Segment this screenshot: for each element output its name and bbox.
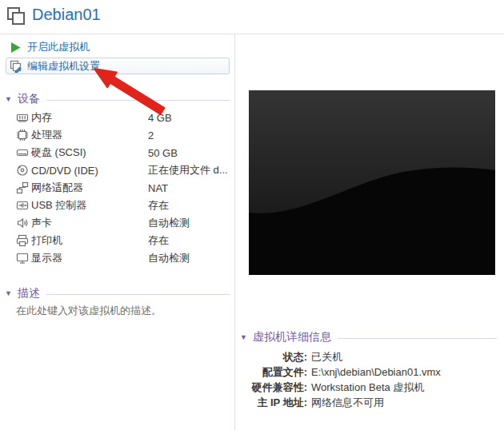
vm-screen-preview[interactable] xyxy=(249,90,495,275)
detail-label: 主 IP 地址: xyxy=(235,396,307,410)
virtual-machine-icon xyxy=(6,6,26,26)
network-adapter-icon xyxy=(16,181,29,194)
detail-value: 网络信息不可用 xyxy=(311,396,384,410)
device-row[interactable]: 网络适配器 NAT xyxy=(0,179,234,197)
collapse-triangle-icon: ▼ xyxy=(5,289,12,297)
device-label: CD/DVD (IDE) xyxy=(31,165,148,177)
device-label: 内存 xyxy=(31,110,148,125)
cd-dvd-icon xyxy=(16,164,29,177)
edit-settings-icon xyxy=(10,60,22,73)
device-value: 存在 xyxy=(148,198,169,213)
devices-section-header[interactable]: ▼ 设备 xyxy=(5,92,230,106)
display-icon xyxy=(16,252,29,265)
detail-value: Workstation Beta 虚拟机 xyxy=(311,380,424,395)
processor-icon xyxy=(16,129,29,141)
device-row[interactable]: 声卡 自动检测 xyxy=(0,214,234,232)
device-value: 自动检测 xyxy=(148,251,190,265)
collapse-triangle-icon: ▼ xyxy=(240,333,247,341)
section-rule xyxy=(46,100,230,101)
device-label: 硬盘 (SCSI) xyxy=(31,145,148,160)
device-row[interactable]: 显示器 自动检测 xyxy=(0,249,234,267)
device-value: 存在 xyxy=(148,233,169,248)
device-label: 声卡 xyxy=(31,216,148,230)
detail-row: 主 IP 地址: 网络信息不可用 xyxy=(235,395,504,410)
description-section-title: 描述 xyxy=(18,286,40,301)
device-row[interactable]: 硬盘 (SCSI) 50 GB xyxy=(0,144,234,161)
edit-settings-label: 编辑虚拟机设置 xyxy=(27,59,100,74)
devices-section-title: 设备 xyxy=(18,92,40,106)
usb-controller-icon xyxy=(16,199,29,212)
detail-row: 状态: 已关机 xyxy=(235,349,504,364)
detail-label: 硬件兼容性: xyxy=(235,380,307,395)
memory-icon xyxy=(16,111,29,124)
device-value: 正在使用文件 d... xyxy=(148,163,228,177)
vm-details-section-header[interactable]: ▼ 虚拟机详细信息 xyxy=(240,330,497,344)
device-label: 处理器 xyxy=(31,128,148,142)
sound-card-icon xyxy=(16,217,29,229)
edit-settings-button[interactable]: 编辑虚拟机设置 xyxy=(6,58,230,74)
details-list: 状态: 已关机 配置文件: E:\xnj\debian\Debian01.vmx… xyxy=(235,349,504,410)
device-label: 打印机 xyxy=(31,233,148,248)
device-list: 内存 4 GB 处理器 2 硬盘 (SCSI) 50 GB CD/DVD (ID… xyxy=(0,109,234,267)
summary-right-pane: ▼ 虚拟机详细信息 状态: 已关机 配置文件: E:\xnj\debian\De… xyxy=(235,34,504,430)
printer-icon xyxy=(16,234,29,247)
section-rule xyxy=(46,294,230,295)
detail-row: 配置文件: E:\xnj\debian\Debian01.vmx xyxy=(235,364,504,380)
device-row[interactable]: 打印机 存在 xyxy=(0,232,234,249)
vm-name-title: Debian01 xyxy=(32,6,101,24)
description-section-header[interactable]: ▼ 描述 xyxy=(5,286,230,301)
device-row[interactable]: 处理器 2 xyxy=(0,126,234,144)
power-on-vm-label: 开启此虚拟机 xyxy=(27,40,90,54)
power-on-vm-command[interactable]: 开启此虚拟机 xyxy=(10,40,90,54)
device-value: 2 xyxy=(148,129,154,141)
device-label: USB 控制器 xyxy=(31,198,148,213)
detail-label: 配置文件: xyxy=(235,365,307,380)
device-row[interactable]: CD/DVD (IDE) 正在使用文件 d... xyxy=(0,161,234,179)
title-bar: Debian01 xyxy=(0,0,504,34)
detail-value: 已关机 xyxy=(311,350,342,364)
device-value: 自动检测 xyxy=(148,216,190,230)
summary-left-pane: 开启此虚拟机 编辑虚拟机设置 ▼ 设备 内存 4 GB 处理器 2 硬盘 (SC… xyxy=(0,34,235,430)
device-label: 显示器 xyxy=(31,251,148,265)
detail-label: 状态: xyxy=(235,350,307,364)
device-row[interactable]: USB 控制器 存在 xyxy=(0,197,234,214)
device-value: NAT xyxy=(148,182,168,194)
device-value: 4 GB xyxy=(148,112,172,124)
device-value: 50 GB xyxy=(148,147,178,159)
collapse-triangle-icon: ▼ xyxy=(5,95,12,103)
play-icon xyxy=(10,42,21,54)
detail-value: E:\xnj\debian\Debian01.vmx xyxy=(311,366,441,378)
detail-row: 硬件兼容性: Workstation Beta 虚拟机 xyxy=(235,380,504,395)
device-row[interactable]: 内存 4 GB xyxy=(0,109,234,126)
hard-disk-icon xyxy=(16,146,29,159)
device-label: 网络适配器 xyxy=(31,181,148,195)
description-input-hint[interactable]: 在此处键入对该虚拟机的描述。 xyxy=(16,304,162,318)
vm-details-section-title: 虚拟机详细信息 xyxy=(253,330,331,344)
section-rule xyxy=(338,338,497,339)
